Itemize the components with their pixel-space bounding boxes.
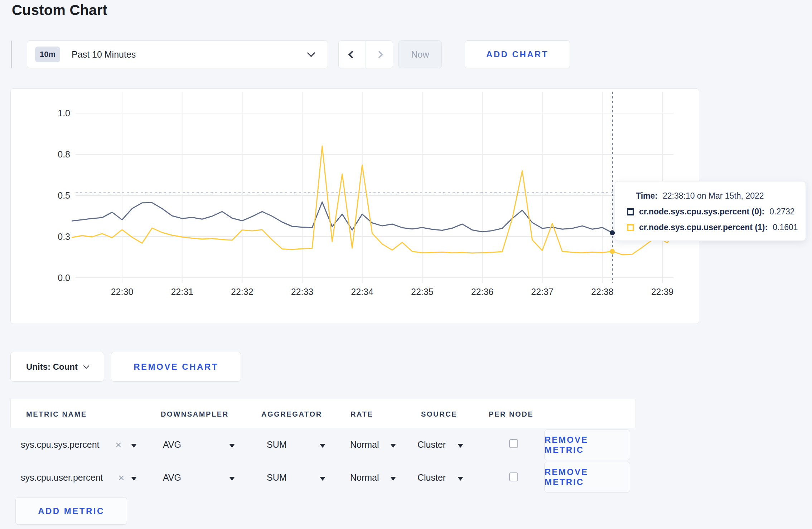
- custom-chart-page: Custom Chart 10m Past 10 Minutes Now ADD…: [0, 0, 812, 529]
- col-header-rate: RATE: [351, 410, 373, 418]
- time-range-badge: 10m: [35, 47, 60, 62]
- caret-down-icon[interactable]: [229, 477, 235, 481]
- time-range-dropdown[interactable]: 10m Past 10 Minutes: [27, 40, 328, 68]
- aggregator-select[interactable]: SUM: [267, 440, 287, 450]
- caret-down-icon[interactable]: [390, 477, 396, 481]
- source-select[interactable]: Cluster: [417, 472, 446, 483]
- x-tick-label: 22:37: [531, 287, 554, 297]
- hover-point-marker: [610, 230, 615, 235]
- next-window-button[interactable]: [366, 41, 393, 68]
- caret-down-icon[interactable]: [131, 444, 137, 448]
- units-label: Units: Count: [26, 362, 78, 372]
- tooltip-series-value: 0.2732: [769, 207, 794, 217]
- chevron-down-icon: [83, 363, 89, 369]
- caret-down-icon[interactable]: [320, 477, 325, 481]
- tooltip-series-name: cr.node.sys.cpu.sys.percent (0):: [639, 207, 764, 217]
- series-swatch-icon: [627, 208, 634, 215]
- add-chart-button[interactable]: ADD CHART: [465, 40, 570, 68]
- source-select[interactable]: Cluster: [417, 440, 446, 450]
- remove-metric-button[interactable]: REMOVE METRIC: [544, 429, 630, 460]
- x-tick-label: 22:35: [411, 287, 434, 297]
- series-swatch-icon: [627, 224, 634, 231]
- metric-name-select[interactable]: sys.cpu.sys.percent: [21, 440, 100, 450]
- col-header-aggregator: AGGREGATOR: [261, 410, 322, 418]
- now-button[interactable]: Now: [398, 40, 442, 68]
- tooltip-time-value: 22:38:10 on Mar 15th, 2022: [663, 191, 764, 200]
- remove-metric-x-icon[interactable]: ×: [115, 440, 122, 450]
- caret-down-icon[interactable]: [229, 444, 235, 448]
- chart-tooltip: Time:22:38:10 on Mar 15th, 2022 cr.node.…: [615, 181, 806, 241]
- col-header-metric-name: METRIC NAME: [26, 410, 87, 418]
- chart-card: 22:3022:3122:3222:3322:3422:3522:3622:37…: [10, 88, 699, 324]
- caret-down-icon[interactable]: [458, 477, 463, 481]
- x-tick-label: 22:34: [351, 287, 373, 297]
- x-tick-label: 22:31: [171, 287, 193, 297]
- tooltip-series-row: cr.node.sys.cpu.sys.percent (0): 0.2732: [627, 207, 806, 217]
- y-tick-label: 0.0: [58, 273, 70, 283]
- caret-down-icon[interactable]: [131, 477, 137, 481]
- time-window-nav: [338, 40, 393, 68]
- per-node-checkbox[interactable]: [509, 439, 518, 448]
- col-header-downsampler: DOWNSAMPLER: [161, 410, 229, 418]
- series-line-cr.node.sys.cpu.user.percent: [72, 146, 673, 255]
- y-tick-label: 0.5: [58, 190, 70, 200]
- hover-point-marker: [610, 249, 615, 254]
- page-title: Custom Chart: [12, 2, 107, 18]
- x-tick-label: 22:30: [111, 287, 134, 297]
- col-header-per-node: PER NODE: [489, 410, 533, 418]
- y-tick-label: 1.0: [58, 108, 70, 118]
- tooltip-series-row: cr.node.sys.cpu.user.percent (1): 0.1601: [627, 223, 806, 232]
- x-tick-label: 22:36: [471, 287, 494, 297]
- rate-select[interactable]: Normal: [350, 440, 379, 450]
- toolbar-left-divider: [11, 41, 12, 68]
- downsampler-select[interactable]: AVG: [163, 440, 181, 450]
- tooltip-series-value: 0.1601: [773, 223, 798, 232]
- chevron-left-icon: [348, 50, 356, 58]
- prev-window-button[interactable]: [339, 41, 366, 68]
- add-metric-button[interactable]: ADD METRIC: [15, 497, 127, 525]
- metric-name-select[interactable]: sys.cpu.user.percent: [21, 472, 103, 483]
- per-node-checkbox[interactable]: [509, 472, 518, 481]
- x-tick-label: 22:39: [651, 287, 674, 297]
- cpu-percent-line-chart[interactable]: 22:3022:3122:3222:3322:3422:3522:3622:37…: [11, 89, 699, 324]
- x-tick-label: 22:33: [291, 287, 314, 297]
- x-tick-label: 22:38: [591, 287, 614, 297]
- chevron-right-icon: [376, 50, 383, 58]
- metrics-table-header: METRIC NAME DOWNSAMPLER AGGREGATOR RATE …: [10, 399, 636, 428]
- units-dropdown[interactable]: Units: Count: [10, 352, 104, 382]
- caret-down-icon[interactable]: [320, 444, 325, 448]
- remove-metric-x-icon[interactable]: ×: [118, 472, 125, 483]
- tooltip-time-label: Time:: [636, 191, 658, 200]
- tooltip-time-row: Time:22:38:10 on Mar 15th, 2022: [636, 191, 806, 201]
- x-tick-label: 22:32: [231, 287, 253, 297]
- chevron-down-icon: [307, 49, 315, 57]
- aggregator-select[interactable]: SUM: [267, 472, 287, 483]
- downsampler-select[interactable]: AVG: [163, 472, 181, 483]
- time-range-label: Past 10 Minutes: [72, 49, 136, 60]
- tooltip-series-name: cr.node.sys.cpu.user.percent (1):: [639, 223, 768, 232]
- caret-down-icon[interactable]: [458, 444, 463, 448]
- caret-down-icon[interactable]: [390, 444, 396, 448]
- remove-metric-button[interactable]: REMOVE METRIC: [544, 462, 630, 492]
- y-tick-label: 0.3: [58, 232, 70, 242]
- rate-select[interactable]: Normal: [350, 472, 379, 483]
- remove-chart-button[interactable]: REMOVE CHART: [111, 352, 241, 382]
- col-header-source: SOURCE: [421, 410, 457, 418]
- y-tick-label: 0.8: [58, 149, 70, 159]
